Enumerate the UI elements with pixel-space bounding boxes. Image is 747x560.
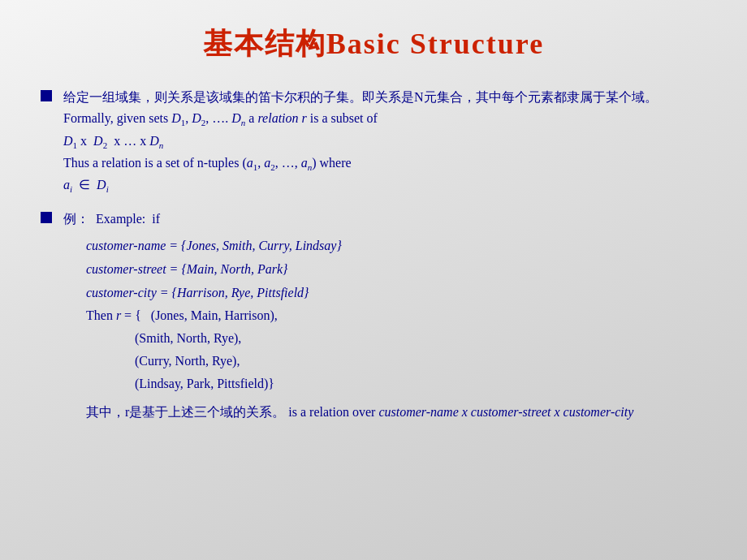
bullet-square-2 — [41, 212, 52, 223]
chinese-text-1: 给定一组域集，则关系是该域集的笛卡尔积的子集。即关系是N元集合，其中每个元素都隶… — [63, 90, 658, 104]
customer-street-def: customer-street = {Main, North, Park} — [86, 258, 706, 282]
n-tuples-line: Thus a relation is a set of n-tuples (a1… — [63, 156, 352, 170]
bullet-item-1: 给定一组域集，则关系是该域集的笛卡尔积的子集。即关系是N元集合，其中每个元素都隶… — [41, 87, 706, 197]
footer-chinese: 其中，r是基于上述三个域的关系。 — [86, 405, 285, 419]
then-line-3: (Curry, North, Rye), — [135, 350, 706, 373]
bullet-square-1 — [41, 90, 52, 101]
example-definitions: customer-name = {Jones, Smith, Curry, Li… — [86, 235, 706, 304]
then-line-1: Then r = { (Jones, Main, Harrison), — [86, 304, 706, 327]
footer-english: is a relation over customer-name x custo… — [288, 405, 633, 419]
then-line-2: (Smith, North, Rye), — [135, 327, 706, 350]
formal-text: Formally, given sets D1, D2, …. Dn a rel… — [63, 111, 378, 125]
bullet-text-1: 给定一组域集，则关系是该域集的笛卡尔积的子集。即关系是N元集合，其中每个元素都隶… — [63, 87, 706, 197]
then-line-4: (Lindsay, Park, Pittsfield)} — [135, 373, 706, 395]
bullet-text-2: 例： Example: if customer-name = {Jones, S… — [63, 209, 706, 424]
slide: 基本结构Basic Structure 给定一组域集，则关系是该域集的笛卡尔积的… — [0, 0, 747, 560]
element-domain-line: ai ∈ Di — [63, 178, 109, 192]
example-label: 例： Example: if — [63, 212, 160, 226]
customer-city-def: customer-city = {Harrison, Rye, Pittsfie… — [86, 282, 706, 305]
content-area: 给定一组域集，则关系是该域集的笛卡尔积的子集。即关系是N元集合，其中每个元素都隶… — [41, 87, 706, 424]
domain-product-line: D1 x D2 x … x Dn — [63, 134, 163, 148]
slide-title: 基本结构Basic Structure — [41, 24, 706, 64]
footer-note: 其中，r是基于上述三个域的关系。 is a relation over cust… — [86, 402, 706, 423]
then-relation-block: Then r = { (Jones, Main, Harrison), (Smi… — [86, 304, 706, 395]
bullet-item-2: 例： Example: if customer-name = {Jones, S… — [41, 209, 706, 424]
customer-name-def: customer-name = {Jones, Smith, Curry, Li… — [86, 235, 706, 258]
